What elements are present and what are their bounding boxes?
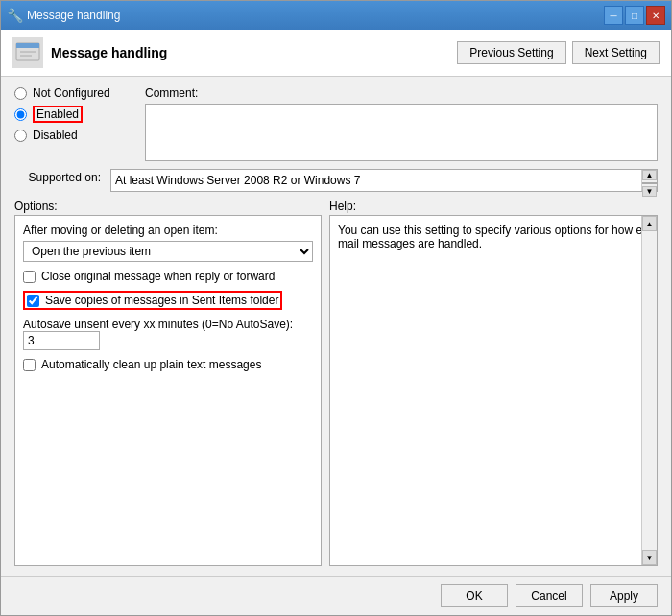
help-scroll-up[interactable]: ▲ <box>642 216 657 231</box>
header-buttons: Previous Setting Next Setting <box>457 41 660 64</box>
panels-row: After moving or deleting an open item: O… <box>14 215 658 566</box>
save-copies-label[interactable]: Save copies of messages in Sent Items fo… <box>45 294 278 307</box>
supported-label: Supported on: <box>14 169 101 184</box>
restore-button[interactable]: □ <box>625 6 644 25</box>
supported-row: Supported on: At least Windows Server 20… <box>14 169 658 192</box>
panel-labels-row: Options: Help: <box>14 200 658 213</box>
svg-rect-1 <box>16 43 39 48</box>
radio-comment-row: Not Configured Enabled Disabled Comment: <box>14 86 658 161</box>
autosave-label: Autosave unsent every xx minutes (0=No A… <box>23 318 313 331</box>
main-window: 🔧 Message handling ─ □ ✕ Message handlin… <box>0 0 672 616</box>
options-col-label: Options: <box>14 200 322 213</box>
radio-disabled[interactable]: Disabled <box>14 129 130 142</box>
close-original-label[interactable]: Close original message when reply or for… <box>41 270 275 283</box>
auto-cleanup-checkbox[interactable] <box>23 359 36 371</box>
header-icon <box>12 37 43 68</box>
scroll-up-arrow[interactable]: ▲ <box>642 170 657 180</box>
radio-not-configured-label: Not Configured <box>33 86 110 100</box>
cancel-button[interactable]: Cancel <box>516 584 583 607</box>
supported-box: At least Windows Server 2008 R2 or Windo… <box>110 169 658 192</box>
radio-disabled-label: Disabled <box>33 129 78 142</box>
help-scroll-down[interactable]: ▼ <box>642 550 657 565</box>
title-bar: 🔧 Message handling ─ □ ✕ <box>1 1 671 30</box>
previous-setting-button[interactable]: Previous Setting <box>457 41 565 64</box>
header-left: Message handling <box>12 37 167 68</box>
radio-not-configured-input[interactable] <box>14 87 27 100</box>
auto-cleanup-checkbox-item: Automatically clean up plain text messag… <box>23 358 313 371</box>
title-bar-controls: ─ □ ✕ <box>604 6 665 25</box>
radio-enabled-input[interactable] <box>14 108 27 121</box>
options-section-label: Options: <box>14 200 58 213</box>
after-move-section: After moving or deleting an open item: O… <box>23 224 313 262</box>
dialog-header: Message handling Previous Setting Next S… <box>1 30 671 77</box>
help-col-label: Help: <box>329 200 658 213</box>
after-move-dropdown[interactable]: Open the previous item Open the next ite… <box>23 241 313 262</box>
supported-scrollbar[interactable]: ▲ ▼ <box>641 170 657 191</box>
supported-value: At least Windows Server 2008 R2 or Windo… <box>115 174 360 187</box>
ok-button[interactable]: OK <box>441 584 508 607</box>
save-copies-highlight: Save copies of messages in Sent Items fo… <box>23 291 282 310</box>
comment-textarea[interactable] <box>145 104 658 161</box>
help-text: You can use this setting to specify vari… <box>338 224 646 250</box>
close-button[interactable]: ✕ <box>646 6 665 25</box>
close-original-checkbox-item: Close original message when reply or for… <box>23 270 313 283</box>
footer: OK Cancel Apply <box>1 576 671 615</box>
options-panel: After moving or deleting an open item: O… <box>14 215 322 566</box>
dialog-body: Not Configured Enabled Disabled Comment: <box>1 77 671 576</box>
scroll-down-arrow[interactable]: ▼ <box>642 186 657 197</box>
save-copies-checkbox[interactable] <box>27 295 39 307</box>
radio-disabled-input[interactable] <box>14 130 27 142</box>
scroll-thumb <box>642 182 657 184</box>
comment-section: Comment: <box>145 86 658 161</box>
radio-not-configured[interactable]: Not Configured <box>14 86 130 100</box>
radio-group: Not Configured Enabled Disabled <box>14 86 130 161</box>
help-section-label: Help: <box>329 200 356 213</box>
title-bar-title: Message handling <box>27 9 120 22</box>
help-panel: You can use this setting to specify vari… <box>329 215 658 566</box>
header-title: Message handling <box>51 45 167 60</box>
title-bar-icon: 🔧 <box>7 8 23 23</box>
next-setting-button[interactable]: Next Setting <box>572 41 660 64</box>
radio-enabled[interactable]: Enabled <box>14 106 130 123</box>
help-scrollbar[interactable]: ▲ ▼ <box>641 216 657 565</box>
close-original-checkbox[interactable] <box>23 271 36 283</box>
apply-button[interactable]: Apply <box>590 584 658 607</box>
minimize-button[interactable]: ─ <box>604 6 623 25</box>
autosave-section: Autosave unsent every xx minutes (0=No A… <box>23 318 313 350</box>
radio-enabled-label: Enabled <box>33 106 83 123</box>
autosave-input[interactable] <box>23 331 100 350</box>
save-copies-checkbox-item: Save copies of messages in Sent Items fo… <box>23 291 313 310</box>
comment-label: Comment: <box>145 86 658 100</box>
after-move-label: After moving or deleting an open item: <box>23 224 313 237</box>
auto-cleanup-label[interactable]: Automatically clean up plain text messag… <box>41 358 261 371</box>
